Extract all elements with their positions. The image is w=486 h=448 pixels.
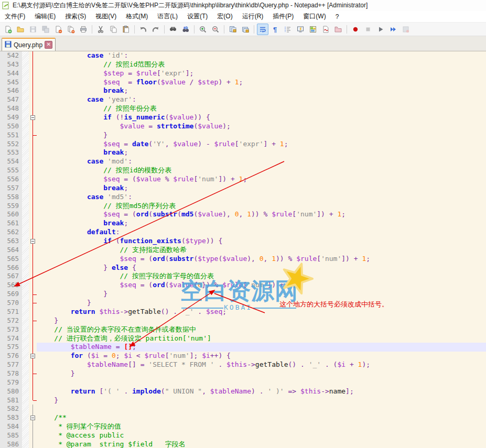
bookmark-margin[interactable] — [22, 113, 29, 122]
line-number[interactable]: 573 — [0, 325, 22, 334]
code-line[interactable]: 576 for ($i = 0; $i < $rule['num']; $i++… — [0, 352, 486, 360]
code-line[interactable]: 583 /** — [0, 413, 486, 422]
bookmark-margin[interactable] — [22, 440, 29, 448]
bookmark-margin[interactable] — [22, 360, 29, 369]
fold-margin[interactable] — [29, 334, 37, 343]
line-number[interactable]: 586 — [0, 440, 22, 448]
close-all-icon[interactable] — [65, 24, 77, 35]
line-number[interactable]: 546 — [0, 86, 22, 95]
fold-margin[interactable] — [29, 60, 37, 69]
function-list-icon[interactable] — [320, 24, 331, 35]
bookmark-margin[interactable] — [22, 104, 29, 113]
redo-icon[interactable] — [150, 24, 161, 35]
fold-margin[interactable] — [29, 281, 37, 290]
code-line[interactable]: 543 // 按照id范围分表 — [0, 60, 486, 69]
line-number[interactable]: 580 — [0, 387, 22, 396]
paste-icon[interactable] — [120, 24, 132, 35]
menu-item-9[interactable]: 插件(P) — [268, 11, 298, 22]
line-number[interactable]: 581 — [0, 396, 22, 405]
menu-item-11[interactable]: ? — [331, 12, 344, 21]
fold-margin[interactable] — [29, 184, 37, 193]
fold-margin[interactable] — [29, 378, 37, 387]
code-line[interactable]: 573 // 当设置的分表字段不在查询条件或者数据中 — [0, 325, 486, 334]
line-number[interactable]: 553 — [0, 148, 22, 157]
fold-collapse-box[interactable] — [30, 115, 35, 120]
code-line[interactable]: 559 // 按照md5的序列分表 — [0, 202, 486, 211]
bookmark-margin[interactable] — [22, 122, 29, 131]
fold-margin[interactable] — [29, 140, 37, 149]
bookmark-margin[interactable] — [22, 281, 29, 290]
bookmark-margin[interactable] — [22, 405, 29, 413]
code-line[interactable]: 571 return $this->getTable() . '_' . $se… — [0, 308, 486, 316]
line-number[interactable]: 582 — [0, 405, 22, 413]
fold-margin[interactable] — [29, 413, 37, 422]
fold-margin[interactable] — [29, 113, 37, 122]
tab-query-php[interactable]: Query.php ✕ — [2, 38, 56, 51]
fold-margin[interactable] — [29, 360, 37, 369]
code-line[interactable]: 545 $seq = floor($value / $step) + 1; — [0, 78, 486, 87]
print-icon[interactable] — [78, 24, 89, 35]
line-number[interactable]: 544 — [0, 69, 22, 78]
bookmark-margin[interactable] — [22, 422, 29, 431]
fold-collapse-box[interactable] — [30, 416, 35, 420]
fold-margin[interactable] — [29, 316, 37, 325]
fold-margin[interactable] — [29, 104, 37, 113]
line-number[interactable]: 542 — [0, 51, 22, 60]
fold-margin[interactable] — [29, 122, 37, 131]
fold-margin[interactable] — [29, 405, 37, 413]
line-number[interactable]: 545 — [0, 78, 22, 87]
fold-margin[interactable] — [29, 219, 37, 228]
bookmark-margin[interactable] — [22, 210, 29, 219]
bookmark-margin[interactable] — [22, 272, 29, 281]
sync-horizontal-icon[interactable] — [240, 24, 251, 35]
code-line[interactable]: 549 if (!is_numeric($value)) { — [0, 113, 486, 122]
undo-icon[interactable] — [137, 24, 149, 35]
tab-close-icon[interactable]: ✕ — [45, 41, 52, 49]
fold-margin[interactable] — [29, 246, 37, 255]
line-number[interactable]: 570 — [0, 299, 22, 308]
bookmark-margin[interactable] — [22, 237, 29, 246]
bookmark-margin[interactable] — [22, 228, 29, 237]
code-line[interactable]: 562 default: — [0, 228, 486, 237]
menu-item-4[interactable]: 格式(M) — [121, 11, 153, 22]
code-line[interactable]: 586 * @param string $field 字段名 — [0, 440, 486, 448]
line-number[interactable]: 577 — [0, 360, 22, 369]
bookmark-margin[interactable] — [22, 219, 29, 228]
code-line[interactable]: 580 return ['( ' . implode(" UNION ", $t… — [0, 387, 486, 396]
bookmark-margin[interactable] — [22, 369, 29, 378]
bookmark-margin[interactable] — [22, 148, 29, 157]
bookmark-margin[interactable] — [22, 264, 29, 272]
bookmark-margin[interactable] — [22, 193, 29, 202]
start-recording-icon[interactable] — [350, 24, 361, 35]
save-icon[interactable] — [27, 24, 39, 35]
close-icon[interactable] — [52, 24, 64, 35]
bookmark-margin[interactable] — [22, 184, 29, 193]
fold-margin[interactable] — [29, 396, 37, 405]
bookmark-margin[interactable] — [22, 157, 29, 166]
line-number[interactable]: 584 — [0, 422, 22, 431]
code-editor[interactable]: 542 case 'id':543 // 按照id范围分表544 $step =… — [0, 51, 486, 448]
menu-item-2[interactable]: 搜索(S) — [60, 11, 91, 22]
bookmark-margin[interactable] — [22, 431, 29, 440]
bookmark-margin[interactable] — [22, 352, 29, 360]
fold-margin[interactable] — [29, 131, 37, 140]
code-line[interactable]: 554 case 'mod': — [0, 157, 486, 166]
fold-margin[interactable] — [29, 69, 37, 78]
code-line[interactable]: 579 — [0, 378, 486, 387]
fold-margin[interactable] — [29, 387, 37, 396]
save-recorded-macro-icon[interactable] — [400, 24, 412, 35]
line-number[interactable]: 565 — [0, 255, 22, 264]
menu-item-1[interactable]: 编辑(E) — [30, 11, 60, 22]
indent-guide-icon[interactable] — [282, 24, 294, 35]
fold-margin[interactable] — [29, 272, 37, 281]
bookmark-margin[interactable] — [22, 69, 29, 78]
menu-item-7[interactable]: 宏(O) — [212, 11, 237, 22]
stop-recording-icon[interactable] — [362, 24, 374, 35]
bookmark-margin[interactable] — [22, 255, 29, 264]
word-wrap-icon[interactable] — [257, 24, 268, 35]
fold-margin[interactable] — [29, 78, 37, 87]
bookmark-margin[interactable] — [22, 140, 29, 149]
line-number[interactable]: 559 — [0, 202, 22, 211]
line-number[interactable]: 576 — [0, 352, 22, 360]
fold-margin[interactable] — [29, 175, 37, 184]
